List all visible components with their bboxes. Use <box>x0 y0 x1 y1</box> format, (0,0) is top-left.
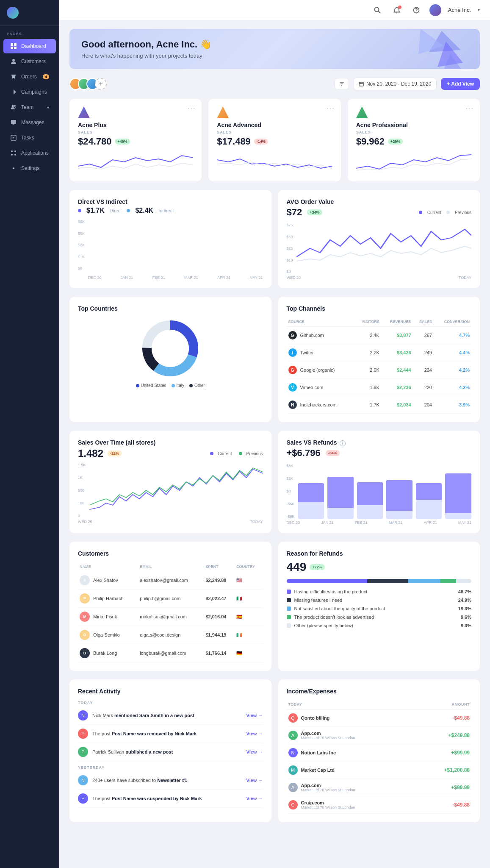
settings-icon <box>10 165 17 172</box>
activity-icon: P <box>78 793 88 804</box>
date-range-button[interactable]: Nov 20, 2020 - Dec 19, 2020 <box>353 78 437 90</box>
refund-reason-pct: 9.3% <box>461 623 471 628</box>
refund-reasons: Having difficulties using the product 48… <box>287 589 472 628</box>
income-header: Income/Expenses <box>287 688 472 696</box>
filter-button[interactable] <box>335 78 349 90</box>
refund-reason-text: Missing features I need <box>294 598 455 603</box>
sidebar-item-settings[interactable]: Settings <box>3 161 56 175</box>
direct-indirect-title: Direct VS Indirect <box>78 198 263 205</box>
refund-reason-dot <box>287 615 291 619</box>
svr-title: Sales VS Refunds <box>287 439 337 446</box>
notification-dot <box>398 6 401 9</box>
add-avatar-button[interactable]: + <box>95 78 107 90</box>
search-button[interactable] <box>371 4 384 17</box>
svg-rect-0 <box>11 43 13 46</box>
customers-refunds-row: Customers NAME EMAIL SPENT COUNTRY A Ale… <box>69 542 480 671</box>
refund-reason-row: Missing features I need 24.9% <box>287 598 472 603</box>
avg-x-end: TODAY <box>459 275 471 280</box>
refund-bar-segment <box>287 579 367 583</box>
customer-row: B Burak Long longburak@gmail.com $1,766.… <box>78 644 263 662</box>
yesterday-label: YESTERDAY <box>78 761 263 771</box>
add-view-button[interactable]: + Add View <box>441 78 480 90</box>
activity-view-link[interactable]: View → <box>246 731 263 736</box>
help-button[interactable] <box>410 4 423 17</box>
activity-item: P The post Post Name was suspended by Ni… <box>78 790 263 808</box>
donut-legend: United States Italy Other <box>136 383 205 388</box>
sidebar-label-team: Team <box>21 104 33 110</box>
customer-row: M Mirko Fisuk mirkofisuk@gmail.com $2,01… <box>78 608 263 626</box>
income-amount: +$249.88 <box>448 732 470 738</box>
us-label: United States <box>141 383 166 388</box>
direct-dot <box>78 209 81 212</box>
activity-icon: P <box>78 729 88 739</box>
cust-col-country: COUNTRY <box>235 562 263 571</box>
income-expenses-card: Income/Expenses TODAY AMOUNT Q Qonto bil… <box>278 679 480 822</box>
sidebar-item-dashboard[interactable]: Dashboard <box>3 39 56 53</box>
activity-view-link[interactable]: View → <box>246 778 263 783</box>
income-source: Q Qonto billing <box>288 713 453 723</box>
sidebar-logo <box>0 0 59 26</box>
avg-order-values: $72 +34% Current Previous <box>287 207 472 218</box>
sidebar-label-orders: Orders <box>21 74 37 80</box>
activity-text: The post Post Name was suspended by Nick… <box>92 796 242 801</box>
svr-title-row: Sales VS Refunds i <box>287 439 472 448</box>
activity-view-link[interactable]: View → <box>246 713 263 718</box>
sidebar-item-applications[interactable]: Applications <box>3 146 56 160</box>
dashboard-icon <box>10 43 17 50</box>
metric-card-0: ··· Acne Plus SALES $24.780 +49% <box>69 99 202 181</box>
card-name-0: Acne Plus <box>78 122 193 128</box>
sidebar-item-customers[interactable]: Customers <box>3 54 56 69</box>
sales-over-time-values: 1.482 -22% Current Previous <box>78 448 263 459</box>
svg-rect-1 <box>14 43 17 46</box>
sidebar-item-tasks[interactable]: Tasks <box>3 131 56 145</box>
svg-point-7 <box>12 105 14 107</box>
card-more-1[interactable]: ··· <box>327 105 335 112</box>
applications-icon <box>10 150 17 156</box>
sidebar-label-dashboard: Dashboard <box>21 43 46 49</box>
activity-view-link[interactable]: View → <box>246 749 263 754</box>
refund-bar-segment <box>440 579 456 583</box>
customer-row: P Philip Harbach philip.h@gmail.com $2,0… <box>78 590 263 608</box>
sidebar-item-team[interactable]: Team ▾ <box>3 100 56 114</box>
card-label-1: SALES <box>217 130 332 134</box>
sales-over-time-chart <box>89 463 263 518</box>
sidebar-item-campaigns[interactable]: Campaigns <box>3 85 56 99</box>
page-content: Good afternoon, Acne Inc. 👋 Here is what… <box>59 20 490 868</box>
top-channels-card: Top Channels SOURCE VISITORS REVENUES SA… <box>278 297 480 422</box>
sot-y-labels: 1.5K1K5001000 <box>78 463 86 518</box>
italy-dot <box>172 384 175 387</box>
income-icon: M <box>288 765 298 775</box>
card-more-2[interactable]: ··· <box>466 105 474 112</box>
refund-reason-text: Not satisfied about the quality of the p… <box>294 606 455 611</box>
sales-over-time-card: Sales Over Time (all stores) 1.482 -22% … <box>69 431 271 533</box>
income-name: Market Cap Ltd <box>301 768 335 773</box>
activity-income-row: Recent Activity TODAY N Nick Mark mentio… <box>69 679 480 822</box>
card-more-0[interactable]: ··· <box>188 105 196 112</box>
avg-order-x-labels: WED 20 TODAY <box>287 275 472 280</box>
svg-point-28 <box>152 330 189 367</box>
card-label-2: SALES <box>356 130 471 134</box>
refund-badge: +22% <box>310 564 324 570</box>
sales-row: Sales Over Time (all stores) 1.482 -22% … <box>69 431 480 533</box>
sidebar-label-messages: Messages <box>21 120 44 125</box>
info-icon: i <box>340 440 346 446</box>
bar-chart <box>88 223 263 274</box>
card-icon-0 <box>78 106 90 118</box>
sidebar-item-messages[interactable]: Messages <box>3 115 56 130</box>
italy-label: Italy <box>177 383 184 388</box>
svg-rect-2 <box>11 47 13 49</box>
channel-row: H Indiehackers.com 1.7K $2,034 204 3.9% <box>287 396 472 414</box>
card-value-text-0: $24.780 <box>78 136 112 147</box>
refund-bar-segment <box>456 579 471 583</box>
user-name: Acne Inc. <box>448 7 471 13</box>
logo-icon <box>7 7 19 19</box>
activity-view-link[interactable]: View → <box>246 796 263 801</box>
avg-order-badge: +34% <box>307 209 322 215</box>
notifications-button[interactable] <box>390 4 403 17</box>
user-dropdown-icon[interactable]: ▾ <box>478 8 480 12</box>
sidebar-item-orders[interactable]: Orders 4 <box>3 70 56 84</box>
card-icon-1 <box>217 106 229 118</box>
direct-indirect-card: Direct VS Indirect $1.7K Direct $2.4K In… <box>69 190 271 288</box>
channel-row: G Google (organic) 2.0K $2,444 224 4.2% <box>287 362 472 379</box>
income-table-header: TODAY AMOUNT <box>287 700 472 709</box>
